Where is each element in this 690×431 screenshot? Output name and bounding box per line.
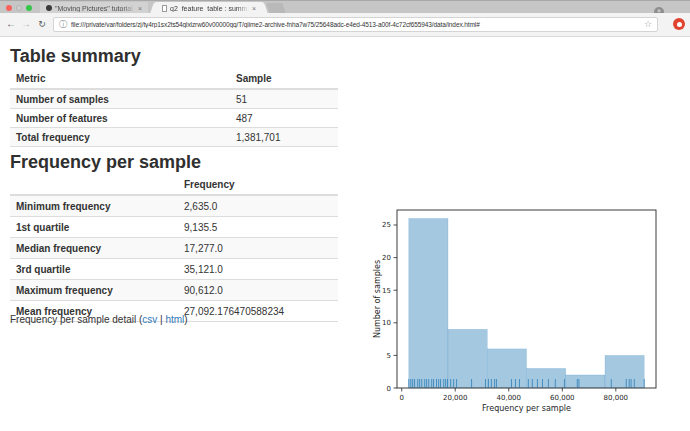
svg-text:15: 15 (382, 287, 391, 295)
stat-value: 35,121.0 (178, 259, 338, 280)
svg-text:25: 25 (382, 221, 391, 229)
svg-text:20: 20 (382, 254, 391, 262)
close-tab-icon[interactable]: × (138, 5, 142, 12)
stat-value: 90,612.0 (178, 280, 338, 301)
detail-prefix: Frequency per sample detail ( (10, 314, 142, 325)
document-favicon-icon (162, 5, 167, 12)
tab-q2-feature-table-summarize[interactable]: q2_feature_table : summarize × (156, 2, 262, 14)
column-header-sample: Sample (230, 70, 338, 89)
stat-value: 2,635.0 (178, 195, 338, 217)
table-summary-table: Metric Sample Number of samples 51 Numbe… (10, 70, 338, 147)
stat-value: 9,135.5 (178, 217, 338, 238)
page-info-icon[interactable]: ⓘ (59, 21, 67, 29)
detail-suffix: ) (184, 314, 187, 325)
metric-value: 1,381,701 (230, 128, 338, 147)
frequency-stats-table: Frequency Minimum frequency 2,635.0 1st … (10, 176, 338, 322)
svg-text:60,000: 60,000 (550, 394, 575, 402)
extension-icon[interactable] (673, 18, 685, 30)
table-header-row: Metric Sample (10, 70, 338, 89)
csv-link[interactable]: csv (142, 314, 157, 325)
html-link[interactable]: html (165, 314, 184, 325)
close-tab-icon[interactable]: × (252, 5, 256, 12)
close-window-button[interactable] (6, 5, 12, 11)
tab-title: q2_feature_table : summarize (170, 5, 249, 12)
bookmark-star-icon[interactable]: ☆ (644, 20, 652, 29)
histogram-svg: 020,00040,00060,00080,0000510152025Frequ… (372, 202, 672, 426)
svg-text:0: 0 (387, 385, 391, 393)
stat-label: 3rd quartile (10, 259, 178, 280)
column-header-metric: Metric (10, 70, 230, 89)
metric-label: Number of samples (10, 89, 230, 109)
minimize-window-button[interactable] (16, 5, 22, 11)
svg-text:80,000: 80,000 (604, 394, 629, 402)
stat-label: 1st quartile (10, 217, 178, 238)
table-row: 3rd quartile 35,121.0 (10, 259, 338, 280)
window-controls (6, 5, 32, 11)
table-row: 1st quartile 9,135.5 (10, 217, 338, 238)
forward-button[interactable]: → (19, 16, 33, 32)
svg-text:20,000: 20,000 (443, 394, 468, 402)
address-bar[interactable]: ⓘ file:///private/var/folders/zj/ty4rp1s… (53, 17, 658, 32)
metric-label: Number of features (10, 109, 230, 128)
table-row: Minimum frequency 2,635.0 (10, 195, 338, 217)
frequency-detail-line: Frequency per sample detail (csv | html) (10, 314, 188, 325)
back-button[interactable]: ← (4, 16, 18, 32)
svg-text:40,000: 40,000 (497, 394, 522, 402)
stat-label: Minimum frequency (10, 195, 178, 217)
reload-button[interactable]: ↻ (35, 16, 49, 32)
metric-value: 487 (230, 109, 338, 128)
metric-value: 51 (230, 89, 338, 109)
tab-title: "Moving Pictures" tutorial — Q (55, 5, 135, 12)
browser-toolbar: ← → ↻ ⓘ file:///private/var/folders/zj/t… (0, 13, 690, 37)
tab-strip: "Moving Pictures" tutorial — Q × q2_feat… (0, 0, 690, 13)
stat-value: 17,277.0 (178, 238, 338, 259)
frequency-per-sample-heading: Frequency per sample (10, 152, 201, 173)
svg-text:5: 5 (387, 352, 391, 360)
table-header-row: Frequency (10, 176, 338, 195)
url-text[interactable]: file:///private/var/folders/zj/ty4rp1sx2… (71, 21, 640, 28)
table-row: Number of features 487 (10, 109, 338, 128)
zoom-window-button[interactable] (26, 5, 32, 11)
svg-text:10: 10 (382, 319, 391, 327)
svg-text:Number of samples: Number of samples (373, 260, 382, 338)
table-row: Total frequency 1,381,701 (10, 128, 338, 147)
stat-label: Maximum frequency (10, 280, 178, 301)
stat-label: Median frequency (10, 238, 178, 259)
svg-text:0: 0 (399, 394, 403, 402)
column-header-frequency: Frequency (178, 176, 338, 195)
new-tab-button[interactable] (266, 3, 285, 13)
profile-icon[interactable] (654, 3, 664, 13)
column-header-blank (10, 176, 178, 195)
table-row: Maximum frequency 90,612.0 (10, 280, 338, 301)
table-row: Median frequency 17,277.0 (10, 238, 338, 259)
table-row: Number of samples 51 (10, 89, 338, 109)
browser-window: "Moving Pictures" tutorial — Q × q2_feat… (0, 0, 690, 431)
page-content: Table summary Metric Sample Number of sa… (0, 38, 690, 431)
stat-value: 27,092.176470588234 (178, 301, 338, 322)
qiime-favicon-icon (46, 5, 52, 11)
metric-label: Total frequency (10, 128, 230, 147)
svg-text:Frequency per sample: Frequency per sample (482, 404, 571, 413)
frequency-histogram: 020,00040,00060,00080,0000510152025Frequ… (372, 202, 672, 426)
table-summary-heading: Table summary (10, 46, 141, 67)
